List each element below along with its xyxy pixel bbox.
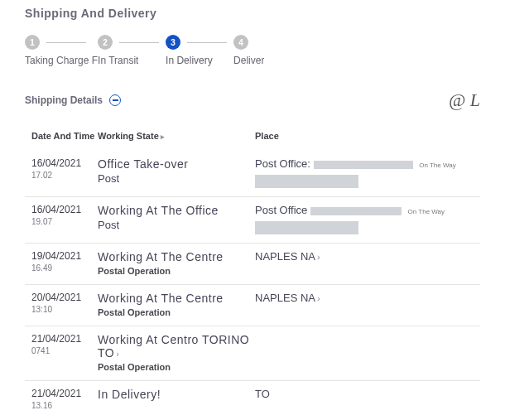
table-row: 20/04/2021 13:10 Working At The Centre P… [25, 285, 480, 326]
chevron-right-icon: › [317, 293, 320, 303]
details-header: Shipping Details @ L [25, 89, 480, 111]
row-state: In Delivery! [98, 388, 255, 401]
row-place: TO [255, 388, 474, 400]
row-date: 20/04/2021 [31, 292, 98, 303]
step-3-label: In Delivery [166, 55, 213, 66]
collapse-icon[interactable] [109, 94, 121, 106]
row-state: Working At The Centre [98, 250, 255, 263]
sort-icon: ▸ [161, 133, 165, 141]
chevron-right-icon: › [116, 349, 119, 359]
step-2: 2 In Transit [98, 35, 166, 66]
row-state: Working At The Centre [98, 292, 255, 305]
connector [46, 42, 86, 43]
row-state-line2: Post [98, 172, 255, 185]
status-badge: On The Way [419, 162, 455, 169]
header-state[interactable]: Working State▸ [98, 131, 255, 141]
step-3-circle: 3 [166, 35, 180, 50]
tracking-table: Date And Time Working State▸ Place 16/04… [25, 126, 480, 418]
row-time: 19.07 [31, 217, 98, 226]
step-1-circle: 1 [25, 35, 40, 50]
status-badge: On The Way [408, 208, 445, 215]
step-2-label: In Transit [98, 55, 138, 66]
row-state-sub: Postal Operation [98, 362, 255, 372]
row-date: 21/04/2021 [31, 388, 98, 399]
table-row: 16/04/2021 17.02 Office Take-over Post P… [25, 151, 480, 197]
row-date: 16/04/2021 [31, 204, 98, 215]
row-place: NAPLES NA [255, 250, 315, 263]
details-label: Shipping Details [25, 94, 103, 106]
step-4-label: Deliver [233, 55, 264, 66]
chevron-right-icon: › [317, 252, 320, 262]
step-1: 1 Taking Charge F [25, 35, 98, 66]
row-place: Post Office: [255, 157, 310, 170]
progress-stepper: 1 Taking Charge F 2 In Transit 3 In Deli… [25, 35, 480, 66]
table-row: 19/04/2021 16.49 Working At The Centre P… [25, 244, 480, 285]
page-title: Shipping And Delivery [25, 7, 480, 20]
row-state-sub: Postal Operation [98, 266, 255, 276]
row-place: Post Office [255, 204, 307, 216]
header-place[interactable]: Place [255, 131, 474, 141]
row-state: Office Take-over [98, 157, 255, 171]
row-time: 13:10 [31, 305, 98, 314]
row-time: 17.02 [31, 171, 98, 180]
table-row: 21/04/2021 13.16 In Delivery! TO [25, 381, 480, 418]
redacted-block [255, 221, 358, 234]
step-2-circle: 2 [98, 35, 113, 50]
connector [187, 42, 227, 43]
step-3: 3 In Delivery [166, 35, 233, 66]
row-state-text: Working At Centro TORINO TO [98, 333, 249, 360]
step-4: 4 Deliver [233, 35, 264, 66]
table-row: 16/04/2021 19.07 Working At The Office P… [25, 197, 480, 244]
row-time: 16.49 [31, 263, 98, 273]
row-date: 19/04/2021 [31, 250, 98, 262]
row-state-line2: Post [98, 219, 255, 231]
row-date: 21/04/2021 [31, 333, 98, 345]
row-state: Working At The Office [98, 204, 255, 217]
header-state-label: Working State [98, 131, 159, 141]
connector [119, 42, 159, 43]
step-4-circle: 4 [233, 35, 248, 50]
table-row: 21/04/2021 0741 Working At Centro TORINO… [25, 326, 480, 381]
step-1-label: Taking Charge F [25, 55, 98, 66]
row-time: 13.16 [31, 401, 98, 410]
redacted-block [314, 161, 413, 169]
header-datetime[interactable]: Date And Time [31, 131, 98, 141]
redacted-block [310, 207, 402, 215]
brand-mark: @ L [449, 89, 480, 111]
redacted-block [255, 175, 358, 188]
row-place: NAPLES NA [255, 292, 315, 304]
row-state-sub: Postal Operation [98, 307, 255, 317]
row-date: 16/04/2021 [31, 157, 98, 169]
table-header: Date And Time Working State▸ Place [25, 126, 480, 151]
row-time: 0741 [31, 346, 98, 355]
row-state: Working At Centro TORINO TO› [98, 333, 255, 360]
